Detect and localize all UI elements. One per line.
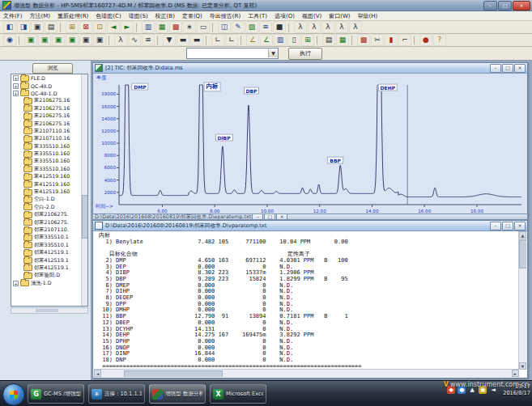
menu-item[interactable]: 色谱图(C) <box>96 12 121 20</box>
edit-window-icon[interactable]: ✎ <box>232 21 245 33</box>
expander-icon[interactable] <box>13 265 22 271</box>
report-window-background[interactable]: D:\Data\2016\201608\20160819\邻苯回收率.D\epa… <box>92 214 528 220</box>
expander-icon[interactable] <box>13 235 22 240</box>
tree-item[interactable]: 苯2107110.16 <box>11 135 87 142</box>
corner-icon[interactable]: ⌐ <box>398 34 411 46</box>
view-window-6-icon[interactable]: ▣ <box>93 34 106 46</box>
menu-item[interactable]: 谱图(S) <box>129 12 148 20</box>
tree-item[interactable]: 邻苯验阳.D <box>11 272 87 279</box>
save-method-icon[interactable]: ► <box>121 21 134 33</box>
tree-item[interactable]: 空白-1.D <box>11 196 87 203</box>
chart-dark-icon[interactable]: ▨ <box>245 21 258 33</box>
tree-item[interactable]: 邻苯2106275. <box>11 218 87 226</box>
toolbar-icon[interactable] <box>19 36 22 45</box>
report-export-icon[interactable]: ▦ <box>336 34 349 46</box>
overlay-window-icon[interactable]: ◧ <box>3 21 16 33</box>
library-search-icon[interactable]: ▼ <box>163 34 176 46</box>
screen-icon[interactable]: ■ <box>273 21 286 33</box>
tree-item[interactable]: 苯2106275.16 <box>11 105 87 112</box>
child-minimize-button[interactable]: – <box>490 64 501 73</box>
tree-item[interactable]: 空白-2.D <box>11 204 87 211</box>
expander-icon[interactable] <box>13 113 22 119</box>
expander-icon[interactable] <box>13 243 22 248</box>
child-close-button[interactable]: × <box>276 214 287 220</box>
toolbar-icon[interactable] <box>136 23 139 32</box>
report-window-icon[interactable]: ◫ <box>218 21 231 33</box>
tree-item[interactable]: 邻苯2106275. <box>11 211 87 218</box>
tree-item[interactable]: 清洗-1.D <box>11 280 87 287</box>
expander-icon[interactable] <box>13 189 22 195</box>
expander-icon[interactable] <box>13 91 19 96</box>
toolbar-icon[interactable] <box>60 23 63 32</box>
menu-item[interactable]: 文件(F) <box>3 12 23 20</box>
tree-horizontal-scrollbar[interactable] <box>11 307 88 314</box>
expander-icon[interactable] <box>13 250 22 256</box>
tile-colors-icon[interactable]: ▩ <box>169 21 182 33</box>
child-maximize-button[interactable]: □ <box>264 214 275 220</box>
expander-icon[interactable] <box>13 182 22 188</box>
tree-item[interactable]: FLE.D <box>11 74 87 82</box>
expander-icon[interactable] <box>13 205 22 210</box>
menu-item[interactable]: 导出报告(R) <box>210 12 240 20</box>
menu-item[interactable]: 工具(T) <box>248 12 267 20</box>
toolbar-icon[interactable] <box>157 36 160 45</box>
axis-icon[interactable]: ∟ <box>211 34 224 46</box>
calibrate-icon[interactable]: ∠ <box>246 34 259 46</box>
view-window-1-icon[interactable]: ▣ <box>24 34 37 46</box>
report-titlebar[interactable]: D:\Data\2016\201608\20160819\邻苯回收率.D\vpa… <box>93 221 527 231</box>
scrollbar-thumb[interactable] <box>519 239 526 269</box>
load-datafile-icon[interactable]: ⊞ <box>66 21 79 33</box>
view-window-2-icon[interactable]: ▣ <box>38 34 51 46</box>
app-titlebar[interactable]: 增强型 数据分析 - HP-5MS邻苯160727-4D.M / 邻苯回收率.D… <box>0 0 532 11</box>
toolbar-icon[interactable] <box>351 36 355 45</box>
chromatogram-plot-area[interactable]: 丰度 2000400060008000100001200014000160001… <box>93 74 527 215</box>
load-method-icon[interactable]: ◄ <box>107 21 120 33</box>
save-datafile-icon[interactable]: ⊡ <box>93 21 106 33</box>
tree-item[interactable]: 苯2106275.16 <box>11 97 87 104</box>
expander-icon[interactable] <box>13 212 22 218</box>
taskbar-excel-button[interactable]: X Microsoft Excel - <box>210 384 266 404</box>
menu-item[interactable]: 定量(Q) <box>182 12 202 20</box>
peak-tool-3-icon[interactable]: λ <box>321 21 334 33</box>
tree-item[interactable]: 邻苯412519.1 <box>11 249 87 256</box>
expander-icon[interactable] <box>13 281 19 286</box>
structure-icon[interactable]: ∗ <box>183 21 196 33</box>
child-minimize-button[interactable]: – <box>252 214 263 220</box>
scrollbar-thumb[interactable] <box>82 195 88 239</box>
expander-icon[interactable] <box>13 121 22 127</box>
toolbar-icon[interactable] <box>414 36 417 45</box>
mini-window-icon[interactable]: ▭ <box>197 21 210 33</box>
tree-item[interactable]: 邻苯412519.1 <box>11 256 87 264</box>
child-maximize-button[interactable]: □ <box>502 222 513 230</box>
lasso-icon[interactable]: ✂ <box>371 34 384 46</box>
expander-icon[interactable] <box>13 174 22 180</box>
report-horizontal-scrollbar[interactable]: ◄ ► <box>94 369 519 377</box>
taskbar-gcms-button[interactable]: G GC-MS /增强型... <box>28 384 84 404</box>
integrate-params-icon[interactable]: ≡ <box>142 34 155 46</box>
expander-icon[interactable] <box>13 151 22 157</box>
calibrate-up-icon[interactable]: ∠ <box>260 34 273 46</box>
toolbar-icon[interactable] <box>288 23 292 32</box>
expander-icon[interactable] <box>13 273 22 278</box>
app-close-button[interactable]: × <box>513 1 530 11</box>
copy-icon[interactable]: ▥ <box>142 21 155 33</box>
expander-icon[interactable] <box>13 106 22 112</box>
scroll-right-arrow[interactable]: ► <box>512 370 519 377</box>
child-close-button[interactable]: × <box>514 222 526 230</box>
tree-item[interactable]: 苯335510.160 <box>11 143 87 150</box>
toolbar-icon[interactable] <box>240 36 244 45</box>
view-window-3-icon[interactable]: ▣ <box>52 34 65 46</box>
report-vertical-scrollbar[interactable]: ▲ ▼ <box>518 231 526 370</box>
child-minimize-button[interactable]: – <box>490 222 501 230</box>
view-window-5-icon[interactable]: ▣ <box>79 34 92 46</box>
expander-icon[interactable] <box>13 144 22 150</box>
integrate-icon[interactable]: λ <box>114 34 127 46</box>
expander-icon[interactable] <box>13 258 22 264</box>
expander-icon[interactable] <box>13 220 22 226</box>
peak-tool-1-icon[interactable]: λ <box>294 21 307 33</box>
menu-item[interactable]: 方法(M) <box>30 12 51 20</box>
library-icon[interactable]: ▬ <box>177 34 189 46</box>
print-icon[interactable]: ▤ <box>45 21 57 33</box>
taskbar-remote-button[interactable]: ✳ 连接 : 10.1.1.1... <box>88 384 145 404</box>
toolbar-icon[interactable] <box>109 36 112 45</box>
